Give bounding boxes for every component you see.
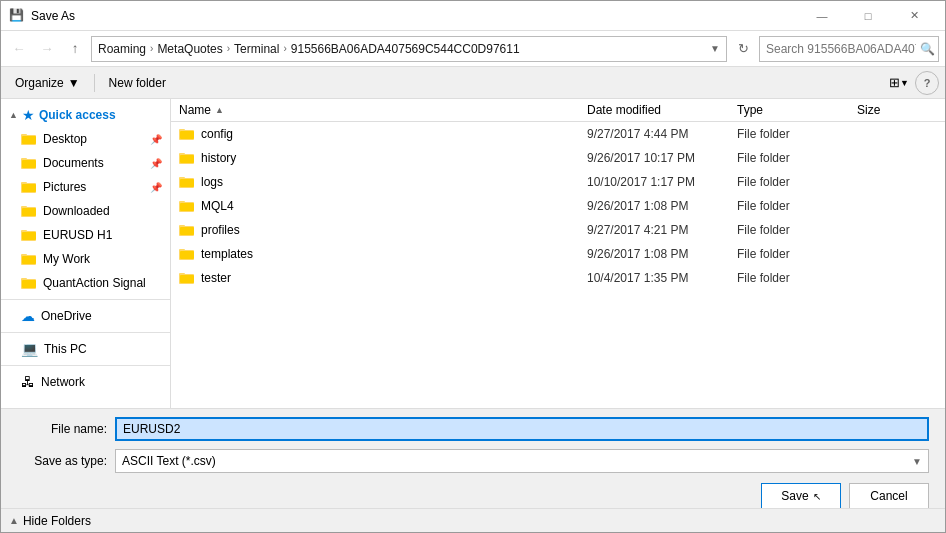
- sidebar-item-desktop-label: Desktop: [43, 132, 87, 146]
- pictures-pin-icon: 📌: [150, 182, 162, 193]
- sidebar-item-documents[interactable]: Documents 📌: [1, 151, 170, 175]
- table-row[interactable]: logs 10/10/2017 1:17 PM File folder: [171, 170, 945, 194]
- sidebar-item-network[interactable]: 🖧 Network: [1, 370, 170, 394]
- sidebar-item-pictures-label: Pictures: [43, 180, 86, 194]
- svg-rect-2: [22, 136, 36, 144]
- window-title: Save As: [31, 9, 799, 23]
- file-list-header: Name ▲ Date modified Type Size: [171, 99, 945, 122]
- hide-folders-label: Hide Folders: [23, 514, 91, 528]
- cancel-button[interactable]: Cancel: [849, 483, 929, 509]
- sidebar-divider-1: [1, 299, 170, 300]
- svg-rect-11: [22, 208, 36, 216]
- table-row[interactable]: MQL4 9/26/2017 1:08 PM File folder: [171, 194, 945, 218]
- table-row[interactable]: templates 9/26/2017 1:08 PM File folder: [171, 242, 945, 266]
- file-date: 9/27/2017 4:44 PM: [587, 127, 737, 141]
- network-icon: 🖧: [21, 374, 35, 390]
- breadcrumb-terminal[interactable]: Terminal: [234, 42, 279, 56]
- filetype-dropdown-arrow-icon: ▼: [912, 456, 922, 467]
- close-button[interactable]: ✕: [891, 1, 937, 31]
- filetype-select[interactable]: ASCII Text (*.csv) ▼: [115, 449, 929, 473]
- bottom-bar: File name: Save as type: ASCII Text (*.c…: [1, 408, 945, 508]
- file-type: File folder: [737, 271, 857, 285]
- maximize-button[interactable]: □: [845, 1, 891, 31]
- folder-icon: [179, 174, 195, 190]
- title-bar-controls: — □ ✕: [799, 1, 937, 31]
- file-name: MQL4: [201, 199, 234, 213]
- sidebar-item-desktop[interactable]: Desktop 📌: [1, 127, 170, 151]
- quick-access-header[interactable]: ▲ ★ Quick access: [1, 103, 170, 127]
- svg-rect-8: [22, 184, 36, 192]
- main-content: ▲ ★ Quick access Desktop 📌 Documents 📌 P…: [1, 99, 945, 408]
- file-name: logs: [201, 175, 223, 189]
- help-button[interactable]: ?: [915, 71, 939, 95]
- new-folder-button[interactable]: New folder: [101, 71, 174, 95]
- address-bar: ← → ↑ Roaming › MetaQuotes › Terminal › …: [1, 31, 945, 67]
- filetype-value: ASCII Text (*.csv): [122, 454, 216, 468]
- search-input[interactable]: [766, 42, 916, 56]
- folder-icon: [179, 222, 195, 238]
- up-button[interactable]: ↑: [63, 37, 87, 61]
- sidebar-item-downloaded[interactable]: Downloaded: [1, 199, 170, 223]
- breadcrumb-bar[interactable]: Roaming › MetaQuotes › Terminal › 915566…: [91, 36, 727, 62]
- col-name-header[interactable]: Name ▲: [179, 103, 587, 117]
- refresh-button[interactable]: ↻: [731, 37, 755, 61]
- folder-icon: [179, 150, 195, 166]
- sidebar-item-pictures[interactable]: Pictures 📌: [1, 175, 170, 199]
- title-bar: 💾 Save As — □ ✕: [1, 1, 945, 31]
- save-label: Save: [781, 489, 808, 503]
- table-row[interactable]: profiles 9/27/2017 4:21 PM File folder: [171, 218, 945, 242]
- col-size-header[interactable]: Size: [857, 103, 937, 117]
- file-date: 9/26/2017 10:17 PM: [587, 151, 737, 165]
- search-icon[interactable]: 🔍: [920, 42, 935, 56]
- minimize-button[interactable]: —: [799, 1, 845, 31]
- file-type: File folder: [737, 199, 857, 213]
- table-row[interactable]: tester 10/4/2017 1:35 PM File folder: [171, 266, 945, 290]
- col-type-header[interactable]: Type: [737, 103, 857, 117]
- hide-folders-arrow-icon: ▲: [9, 515, 19, 526]
- file-type: File folder: [737, 127, 857, 141]
- folder-icon: [21, 131, 37, 147]
- file-date: 9/26/2017 1:08 PM: [587, 199, 737, 213]
- folder-icon: [179, 270, 195, 286]
- svg-rect-29: [180, 179, 194, 187]
- sidebar-item-thispc[interactable]: 💻 This PC: [1, 337, 170, 361]
- save-button[interactable]: Save ↖: [761, 483, 841, 509]
- table-row[interactable]: config 9/27/2017 4:44 PM File folder: [171, 122, 945, 146]
- search-box: 🔍: [759, 36, 939, 62]
- breadcrumb-dropdown-icon[interactable]: ▼: [710, 43, 720, 54]
- filetype-row: Save as type: ASCII Text (*.csv) ▼: [17, 449, 929, 473]
- file-date: 10/4/2017 1:35 PM: [587, 271, 737, 285]
- table-row[interactable]: history 9/26/2017 10:17 PM File folder: [171, 146, 945, 170]
- file-name: history: [201, 151, 236, 165]
- svg-rect-17: [22, 256, 36, 264]
- breadcrumb-metaquotes[interactable]: MetaQuotes: [157, 42, 222, 56]
- filename-input[interactable]: [115, 417, 929, 441]
- sidebar-item-quantaction-label: QuantAction Signal: [43, 276, 146, 290]
- organize-button[interactable]: Organize ▼: [7, 71, 88, 95]
- sidebar-item-thispc-label: This PC: [44, 342, 87, 356]
- file-name-col: MQL4: [179, 198, 587, 214]
- sidebar-item-eurusd[interactable]: EURUSD H1: [1, 223, 170, 247]
- thispc-icon: 💻: [21, 341, 38, 357]
- file-type: File folder: [737, 175, 857, 189]
- forward-button[interactable]: →: [35, 37, 59, 61]
- file-date: 9/27/2017 4:21 PM: [587, 223, 737, 237]
- breadcrumb-hash[interactable]: 915566BA06ADA407569C544CC0D97611: [291, 42, 520, 56]
- view-button[interactable]: ⊞ ▼: [887, 71, 911, 95]
- sidebar-item-mywork[interactable]: My Work: [1, 247, 170, 271]
- sidebar-item-onedrive-label: OneDrive: [41, 309, 92, 323]
- folder-icon: [179, 126, 195, 142]
- organize-arrow-icon: ▼: [68, 76, 80, 90]
- col-name-sort-icon: ▲: [215, 105, 224, 115]
- organize-label: Organize: [15, 76, 64, 90]
- folder-icon: [21, 251, 37, 267]
- breadcrumb-roaming[interactable]: Roaming: [98, 42, 146, 56]
- folder-icon: [21, 155, 37, 171]
- col-date-header[interactable]: Date modified: [587, 103, 737, 117]
- sidebar-divider-3: [1, 365, 170, 366]
- back-button[interactable]: ←: [7, 37, 31, 61]
- sidebar-item-onedrive[interactable]: ☁ OneDrive: [1, 304, 170, 328]
- sidebar-item-eurusd-label: EURUSD H1: [43, 228, 112, 242]
- sidebar-item-quantaction[interactable]: QuantAction Signal: [1, 271, 170, 295]
- hide-folders-bar[interactable]: ▲ Hide Folders: [1, 508, 945, 532]
